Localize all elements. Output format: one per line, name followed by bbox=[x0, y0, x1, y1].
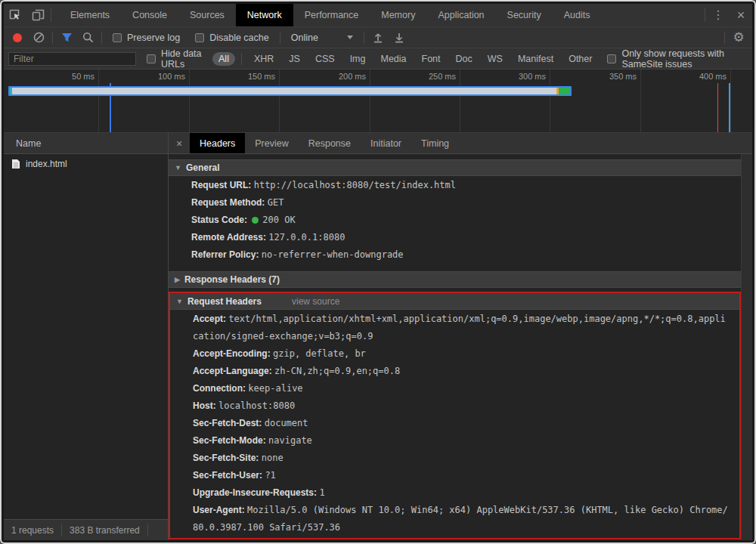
checkbox-icon bbox=[147, 54, 156, 63]
response-headers-title: Response Headers (7) bbox=[184, 274, 280, 285]
header-name: Sec-Fetch-Dest: bbox=[193, 418, 262, 428]
filter-type-all[interactable]: All bbox=[212, 52, 235, 66]
main-tab-network[interactable]: Network bbox=[236, 4, 293, 26]
details-tab-initiator[interactable]: Initiator bbox=[361, 133, 411, 153]
timeline-gridline bbox=[550, 70, 550, 132]
filter-type-other[interactable]: Other bbox=[562, 52, 598, 66]
record-button[interactable] bbox=[7, 29, 28, 47]
filter-type-manifest[interactable]: Manifest bbox=[512, 52, 559, 66]
devtools-window: ElementsConsoleSourcesNetworkPerformance… bbox=[0, 0, 756, 544]
filter-input[interactable] bbox=[8, 52, 136, 66]
name-column-header[interactable]: Name bbox=[4, 133, 168, 154]
timeline-tick-label: 100 ms bbox=[132, 72, 185, 81]
header-row: Request URL: http://localhost:8080/test/… bbox=[169, 177, 741, 194]
chevron-down-icon bbox=[347, 36, 353, 39]
details-tab-preview[interactable]: Preview bbox=[245, 133, 298, 153]
timeline-gridline bbox=[640, 70, 641, 132]
main-tab-sources[interactable]: Sources bbox=[178, 4, 236, 26]
toolbar-divider bbox=[280, 32, 280, 44]
toolbar-divider bbox=[364, 32, 364, 44]
samesite-issues-checkbox[interactable]: Only show requests with SameSite issues bbox=[607, 48, 740, 70]
search-icon[interactable] bbox=[77, 29, 98, 47]
details-tab-bar: × HeadersPreviewResponseInitiatorTiming bbox=[169, 133, 752, 154]
network-main-area: Name index.html 1 requests 383 B transfe… bbox=[4, 133, 752, 540]
filter-type-xhr[interactable]: XHR bbox=[248, 52, 280, 66]
filter-type-divider bbox=[241, 53, 242, 65]
main-tab-security[interactable]: Security bbox=[496, 4, 553, 26]
timeline-tick-label: 400 ms bbox=[674, 72, 727, 81]
filter-type-doc[interactable]: Doc bbox=[450, 52, 479, 66]
response-headers-section-header[interactable]: ▶ Response Headers (7) bbox=[169, 271, 741, 288]
header-row: Sec-Fetch-Mode: navigate bbox=[170, 432, 739, 450]
main-tab-application[interactable]: Application bbox=[426, 4, 495, 26]
details-tab-timing[interactable]: Timing bbox=[411, 133, 459, 153]
overview-request-bar[interactable] bbox=[8, 86, 572, 96]
header-name: Request URL: bbox=[191, 180, 251, 190]
timeline-gridline bbox=[370, 70, 370, 132]
checkbox-icon bbox=[195, 33, 204, 42]
timeline-event-line bbox=[717, 83, 718, 132]
request-type-filters: AllXHRJSCSSImgMediaFontDocWSManifestOthe… bbox=[211, 52, 600, 66]
filter-type-js[interactable]: JS bbox=[283, 52, 306, 66]
general-section-header[interactable]: ▼ General bbox=[169, 159, 741, 176]
header-value: navigate bbox=[268, 435, 312, 446]
request-list: index.html bbox=[4, 154, 168, 519]
header-value: localhost:8080 bbox=[218, 400, 295, 411]
request-headers-section-header[interactable]: ▼ Request Headers view source bbox=[170, 293, 739, 310]
preserve-log-checkbox[interactable]: Preserve log bbox=[113, 32, 180, 43]
status-divider bbox=[147, 524, 148, 536]
network-overview-timeline[interactable]: 50 ms100 ms150 ms200 ms250 ms300 ms350 m… bbox=[4, 70, 752, 133]
main-tab-console[interactable]: Console bbox=[121, 4, 178, 26]
header-name: Referrer Policy: bbox=[191, 249, 259, 260]
main-tab-elements[interactable]: Elements bbox=[59, 4, 121, 26]
hide-data-urls-checkbox[interactable]: Hide data URLs bbox=[147, 48, 203, 70]
throttling-dropdown[interactable]: Online bbox=[291, 32, 353, 43]
request-row[interactable]: index.html bbox=[4, 154, 168, 174]
header-value: document bbox=[265, 418, 308, 428]
scrollbar-track[interactable] bbox=[741, 154, 752, 540]
headers-content: ▼ General Request URL: http://localhost:… bbox=[169, 154, 741, 540]
general-section-title: General bbox=[186, 162, 220, 173]
record-icon bbox=[13, 33, 22, 42]
main-tab-audits[interactable]: Audits bbox=[553, 4, 602, 26]
header-name: Upgrade-Insecure-Requests: bbox=[193, 487, 317, 498]
header-row: Connection: keep-alive bbox=[170, 380, 739, 397]
header-row: Request Method: GET bbox=[169, 194, 741, 212]
request-name: index.html bbox=[26, 159, 67, 169]
request-details-panel: × HeadersPreviewResponseInitiatorTiming … bbox=[169, 133, 752, 540]
export-har-icon[interactable] bbox=[389, 29, 410, 47]
filter-type-font[interactable]: Font bbox=[416, 52, 447, 66]
import-har-icon[interactable] bbox=[367, 29, 389, 47]
timeline-gridline bbox=[460, 70, 460, 132]
header-name: User-Agent: bbox=[193, 505, 245, 515]
header-row: Sec-Fetch-User: ?1 bbox=[170, 467, 739, 484]
device-toolbar-icon[interactable] bbox=[26, 4, 49, 26]
filter-type-ws[interactable]: WS bbox=[482, 52, 509, 66]
close-details-icon[interactable]: × bbox=[169, 133, 190, 153]
header-name: Status Code: bbox=[191, 215, 247, 225]
more-options-icon[interactable]: ⋮ bbox=[707, 4, 730, 26]
header-value: text/html,application/xhtml+xml,applicat… bbox=[193, 314, 726, 342]
main-tab-performance[interactable]: Performance bbox=[293, 4, 370, 26]
request-headers-highlight-box: ▼ Request Headers view source Accept: te… bbox=[169, 292, 741, 539]
details-tab-response[interactable]: Response bbox=[299, 133, 361, 153]
timeline-tick-label: 300 ms bbox=[493, 72, 546, 81]
disable-cache-label: Disable cache bbox=[209, 32, 269, 43]
filter-type-img[interactable]: Img bbox=[344, 52, 372, 66]
inspect-element-icon[interactable] bbox=[4, 4, 26, 26]
timeline-tick-label: 350 ms bbox=[584, 72, 637, 81]
view-source-link[interactable]: view source bbox=[292, 296, 339, 307]
disable-cache-checkbox[interactable]: Disable cache bbox=[195, 32, 269, 43]
details-tab-headers[interactable]: Headers bbox=[190, 133, 245, 153]
filter-type-css[interactable]: CSS bbox=[309, 52, 341, 66]
filter-toggle-icon[interactable] bbox=[56, 29, 77, 47]
header-value: 1 bbox=[319, 487, 324, 498]
filter-type-media[interactable]: Media bbox=[374, 52, 412, 66]
timeline-tick-label: 200 ms bbox=[313, 72, 366, 81]
clear-button[interactable] bbox=[28, 29, 49, 47]
header-row: Host: localhost:8080 bbox=[170, 397, 739, 415]
main-tab-memory[interactable]: Memory bbox=[370, 4, 426, 26]
requests-panel: Name index.html 1 requests 383 B transfe… bbox=[4, 133, 169, 540]
settings-gear-icon[interactable]: ⚙ bbox=[728, 29, 749, 47]
close-devtools-icon[interactable]: × bbox=[730, 4, 752, 26]
